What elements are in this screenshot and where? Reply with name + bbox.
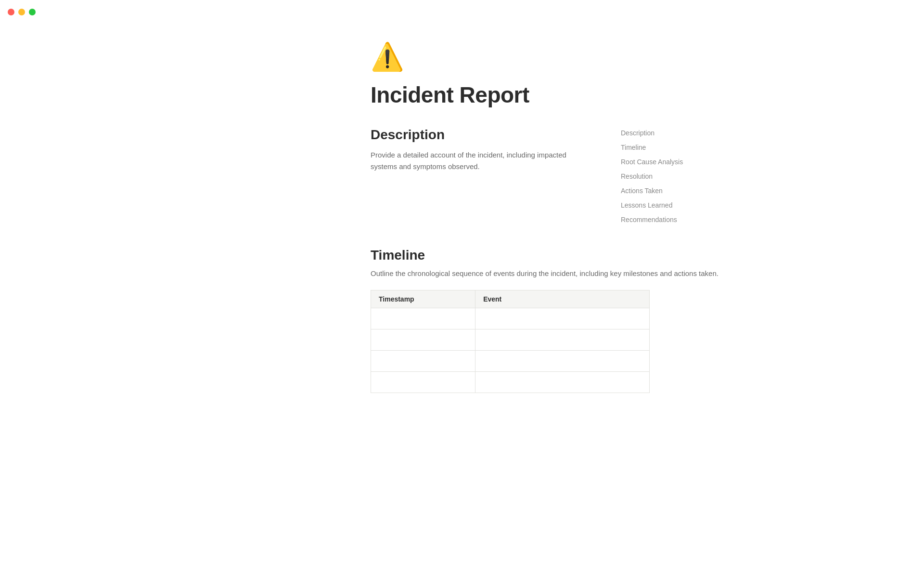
table-cell-event[interactable] [475,329,650,351]
table-row [371,351,650,372]
description-text: Provide a detailed account of the incide… [371,149,582,172]
table-cell-timestamp[interactable] [371,308,475,329]
toc-list: Description Timeline Root Cause Analysis… [621,127,727,223]
toc-item-recommendations[interactable]: Recommendations [621,216,727,223]
toc-item-description[interactable]: Description [621,129,727,137]
timestamp-column-header: Timestamp [371,290,475,308]
close-button[interactable] [8,9,14,15]
page-content: ⚠️ Incident Report Description Provide a… [197,0,727,393]
warning-icon: ⚠️ [371,43,727,70]
toc-item-root-cause[interactable]: Root Cause Analysis [621,158,727,166]
timeline-text: Outline the chronological sequence of ev… [371,268,727,279]
description-toc-section: Description Provide a detailed account o… [371,127,727,223]
toc-item-timeline[interactable]: Timeline [621,144,727,151]
toc-item-lessons-learned[interactable]: Lessons Learned [621,201,727,209]
description-heading: Description [371,127,582,143]
table-row [371,308,650,329]
toc-item-resolution[interactable]: Resolution [621,172,727,180]
table-cell-event[interactable] [475,351,650,372]
table-row [371,372,650,393]
fullscreen-button[interactable] [29,9,36,15]
timeline-table: Timestamp Event [371,290,650,393]
timeline-section: Timeline Outline the chronological seque… [371,248,727,393]
description-section: Description Provide a detailed account o… [371,127,582,223]
page-title: Incident Report [371,82,727,108]
table-row [371,329,650,351]
timeline-heading: Timeline [371,248,727,263]
table-cell-timestamp[interactable] [371,351,475,372]
table-cell-timestamp[interactable] [371,329,475,351]
table-header-row: Timestamp Event [371,290,650,308]
table-of-contents: Description Timeline Root Cause Analysis… [621,127,727,223]
minimize-button[interactable] [18,9,25,15]
toc-item-actions-taken[interactable]: Actions Taken [621,187,727,195]
event-column-header: Event [475,290,650,308]
table-cell-timestamp[interactable] [371,372,475,393]
traffic-lights [0,0,43,24]
table-cell-event[interactable] [475,372,650,393]
table-cell-event[interactable] [475,308,650,329]
